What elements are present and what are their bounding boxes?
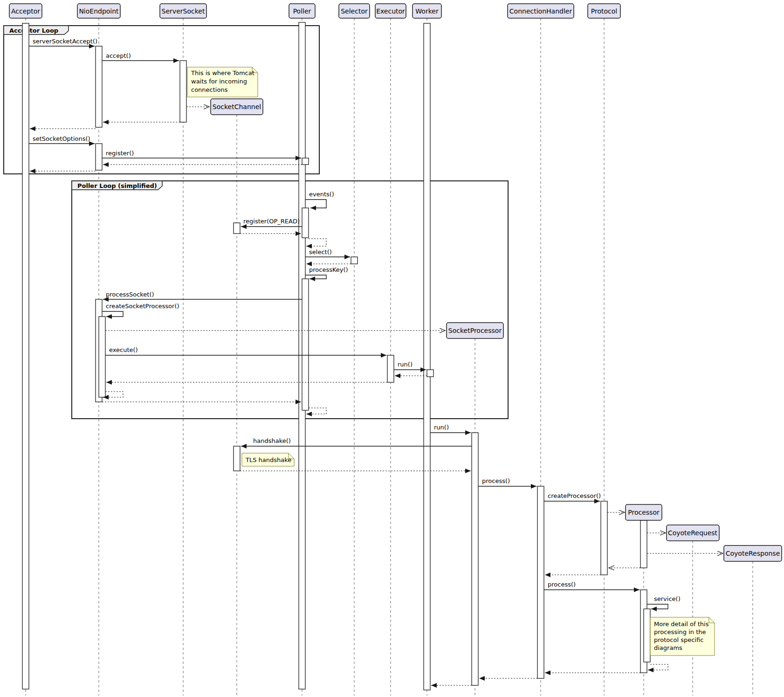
- msg-run-socketprocessor-label: run(): [434, 424, 449, 431]
- participant-poller: Poller: [289, 4, 315, 18]
- participant-protocol: Protocol: [588, 4, 620, 18]
- created-coyoteresponse-label: CoyoteResponse: [726, 550, 780, 557]
- msg-handshake-label: handshake(): [253, 437, 291, 444]
- activation-processor-create: [640, 520, 647, 568]
- created-processor-label: Processor: [628, 509, 660, 516]
- created-socketprocessor: SocketProcessor: [447, 323, 503, 338]
- created-processor: Processor: [626, 504, 662, 520]
- msg-register-opread-label: register(OP_READ): [243, 218, 300, 225]
- activation-poller-events: [302, 208, 309, 238]
- note-tls: TLS handshake: [242, 453, 294, 466]
- note-service-line4: diagrams: [654, 644, 682, 651]
- activation-executor: [387, 355, 394, 382]
- note-service-line1: More detail of this: [654, 621, 709, 628]
- created-coyoterequest: CoyoteRequest: [667, 525, 719, 541]
- participant-serversocket: ServerSocket: [160, 4, 206, 18]
- activation-socketchannel-handshake: [234, 446, 240, 471]
- return-processkey-selfarrow: [306, 408, 326, 414]
- participant-worker: Worker: [413, 4, 441, 18]
- participant-poller-label: Poller: [293, 7, 311, 15]
- note-tls-text: TLS handshake: [245, 456, 291, 463]
- activation-poller-processkey: [302, 279, 309, 410]
- activation-connectionhandler: [537, 486, 544, 678]
- created-coyoterequest-label: CoyoteRequest: [668, 529, 718, 537]
- msg-createprocessor-label: createProcessor(): [548, 492, 601, 499]
- msg-processkey-label: processKey(): [309, 266, 348, 273]
- msg-process-processor-label: process(): [548, 581, 576, 588]
- participant-serversocket-label: ServerSocket: [162, 7, 205, 15]
- note-accept-line1: This is where Tomcat: [191, 69, 254, 76]
- msg-accept-label: accept(): [106, 52, 131, 59]
- activation-socketchannel-register: [234, 223, 240, 234]
- activation-worker-run: [427, 370, 433, 377]
- activation-protocol: [601, 501, 607, 575]
- activation-processor-service: [644, 609, 650, 662]
- msg-service-selfarrow: [647, 604, 668, 609]
- msg-process-handler-label: process(): [482, 477, 510, 484]
- participant-protocol-label: Protocol: [591, 7, 617, 15]
- msg-createsocketprocessor-selfarrow: [102, 311, 123, 317]
- participant-connectionhandler: ConnectionHandler: [508, 4, 574, 18]
- activation-serversocket: [180, 61, 186, 122]
- sequence-diagram-svg: Acceptor Loop Poller Loop (simplified) s…: [0, 0, 784, 697]
- note-service: More detail of this processing in the pr…: [650, 617, 715, 656]
- return-createsocketprocessor-selfarrow: [103, 392, 123, 397]
- msg-events-selfarrow: [305, 200, 326, 208]
- participant-nioendpoint-label: NioEndpoint: [79, 7, 119, 15]
- participant-acceptor-label: Acceptor: [11, 7, 40, 15]
- activation-acceptor: [22, 23, 29, 689]
- participant-selector-label: Selector: [341, 7, 368, 15]
- participant-connectionhandler-label: ConnectionHandler: [509, 7, 572, 15]
- participant-executor-label: Executor: [376, 7, 405, 15]
- note-accept: This is where Tomcat waits for incoming …: [187, 67, 258, 97]
- activation-nioendpoint-createsp: [99, 317, 105, 397]
- msg-register-label: register(): [106, 150, 134, 157]
- activation-socketprocessor: [472, 433, 478, 685]
- activation-poller-register: [302, 158, 309, 165]
- note-service-line2: processing in the: [654, 628, 706, 635]
- created-participants: SocketChannel SocketProcessor Processor …: [211, 99, 782, 561]
- return-events-selfarrow: [306, 239, 326, 246]
- msg-processkey-selfarrow: [305, 275, 326, 279]
- msg-setsocketoptions-label: setSocketOptions(): [33, 135, 90, 142]
- participant-worker-label: Worker: [415, 7, 439, 15]
- activation-worker-main: [424, 23, 430, 690]
- created-socketprocessor-label: SocketProcessor: [448, 327, 502, 334]
- msg-events-label: events(): [309, 191, 334, 198]
- note-service-line3: protocol specific: [654, 636, 703, 643]
- activation-nioendpoint-options: [96, 144, 102, 170]
- msg-run-worker-label: run(): [398, 361, 413, 368]
- activation-selector: [351, 257, 358, 264]
- participant-selector: Selector: [339, 4, 370, 18]
- msg-select-label: select(): [309, 248, 332, 255]
- note-accept-line2: waits for incoming: [191, 78, 247, 85]
- msg-processsocket-label: processSocket(): [106, 291, 154, 298]
- return-service-selfarrow: [648, 664, 668, 670]
- frame-poller-loop: Poller Loop (simplified): [72, 181, 508, 419]
- created-socketchannel-label: SocketChannel: [213, 103, 261, 110]
- activation-nioendpoint-accept: [96, 46, 102, 127]
- msg-createsocketprocessor-label: createSocketProcessor(): [106, 303, 179, 310]
- participant-executor: Executor: [375, 4, 406, 18]
- msg-service-label: service(): [654, 595, 681, 602]
- frame-poller-loop-label: Poller Loop (simplified): [77, 182, 157, 189]
- created-coyoteresponse: CoyoteResponse: [724, 545, 782, 561]
- participant-headers: Acceptor NioEndpoint ServerSocket Poller…: [9, 4, 620, 18]
- frame-acceptor-loop-label: Acceptor Loop: [9, 27, 58, 34]
- frame-acceptor-loop: Acceptor Loop: [4, 26, 319, 174]
- msg-execute-label: execute(): [109, 346, 138, 353]
- participant-nioendpoint: NioEndpoint: [77, 4, 120, 18]
- participant-acceptor: Acceptor: [9, 4, 42, 18]
- msg-serversocketaccept-label: serverSocketAccept(): [33, 38, 97, 45]
- note-accept-line3: connections: [191, 86, 228, 93]
- created-socketchannel: SocketChannel: [211, 99, 263, 115]
- sequence-diagram-canvas: Acceptor Loop Poller Loop (simplified) s…: [0, 0, 784, 697]
